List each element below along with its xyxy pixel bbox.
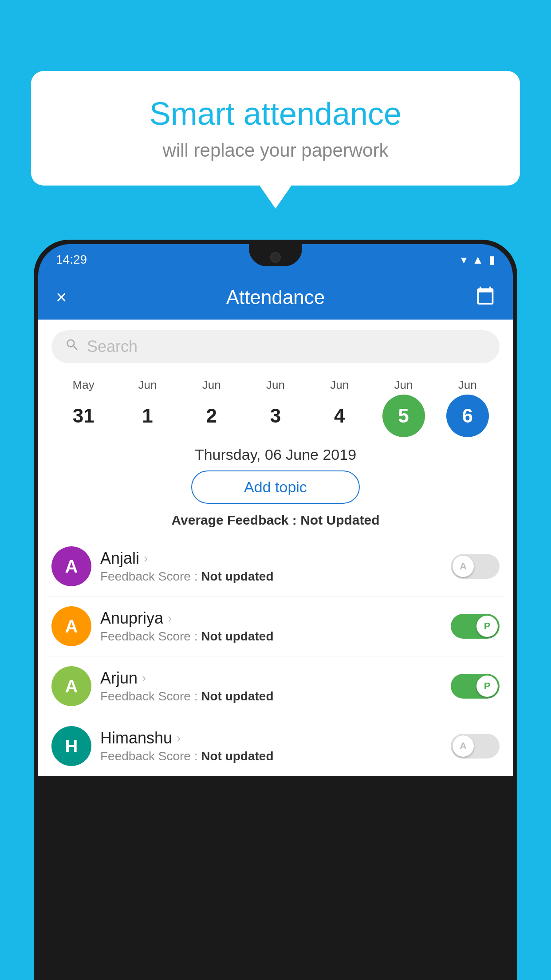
notch [249,244,302,266]
chevron-right-icon: › [168,611,172,625]
student-info: Anjali ›Feedback Score : Not updated [100,549,442,584]
month-label: Jun [458,378,477,392]
toggle-knob: P [476,616,498,637]
student-feedback: Feedback Score : Not updated [100,569,442,584]
average-feedback: Average Feedback : Not Updated [38,513,513,528]
student-item[interactable]: AArjun ›Feedback Score : Not updatedP [47,656,504,716]
date-col-6[interactable]: Jun6 [441,378,494,437]
search-icon [65,337,80,356]
month-label: Jun [138,378,157,392]
student-avatar: H [51,726,91,766]
month-label: Jun [202,378,221,392]
student-list: AAnjali ›Feedback Score : Not updatedAAA… [38,537,513,776]
avg-feedback-value: Not Updated [300,513,379,527]
date-col-3[interactable]: Jun3 [249,378,302,437]
student-info: Anupriya ›Feedback Score : Not updated [100,609,442,644]
date-col-4[interactable]: Jun4 [313,378,366,437]
toggle-container[interactable]: A [451,554,500,579]
calendar-row: May31Jun1Jun2Jun3Jun4Jun5Jun6 [38,374,513,437]
student-info: Arjun ›Feedback Score : Not updated [100,669,442,703]
toggle-knob: A [453,556,474,577]
student-avatar: A [51,666,91,706]
status-bar: 14:29 ▾ ▲ ▮ [38,244,513,275]
month-label: Jun [330,378,349,392]
app-header: × Attendance [38,275,513,320]
student-item[interactable]: AAnjali ›Feedback Score : Not updatedA [47,537,504,597]
toggle-knob: A [453,735,474,757]
attendance-toggle[interactable]: P [451,674,500,699]
month-label: May [73,378,94,392]
app-body: Search May31Jun1Jun2Jun3Jun4Jun5Jun6 Thu… [38,320,513,776]
toggle-container[interactable]: A [451,734,500,759]
day-number[interactable]: 3 [254,395,297,437]
chevron-right-icon: › [142,671,146,685]
add-topic-button[interactable]: Add topic [191,470,360,504]
dates-months: May31Jun1Jun2Jun3Jun4Jun5Jun6 [47,378,504,437]
student-feedback: Feedback Score : Not updated [100,749,442,763]
chevron-right-icon: › [177,731,181,745]
student-feedback: Feedback Score : Not updated [100,629,442,644]
day-number[interactable]: 4 [318,395,361,437]
attendance-toggle[interactable]: A [451,554,500,579]
attendance-toggle[interactable]: P [451,614,500,639]
speech-bubble-container: Smart attendance will replace your paper… [31,71,520,186]
student-name: Anupriya › [100,609,442,628]
student-name: Arjun › [100,669,442,688]
toggle-container[interactable]: P [451,614,500,639]
close-button[interactable]: × [56,287,83,308]
search-bar[interactable]: Search [51,330,500,363]
day-number[interactable]: 31 [62,395,105,437]
bubble-subtitle: will replace your paperwork [58,140,493,161]
battery-icon: ▮ [489,253,495,267]
status-time: 14:29 [56,253,87,267]
date-col-5[interactable]: Jun5 [377,378,430,437]
phone-frame: 14:29 ▾ ▲ ▮ × Attendance [34,240,517,980]
date-col-1[interactable]: Jun1 [121,378,174,437]
search-placeholder: Search [87,337,138,356]
date-col-0[interactable]: May31 [57,378,110,437]
notch-camera [270,252,281,263]
status-icons: ▾ ▲ ▮ [461,253,495,267]
signal-icon: ▲ [472,253,484,267]
student-info: Himanshu ›Feedback Score : Not updated [100,729,442,763]
chevron-right-icon: › [144,551,148,565]
avg-feedback-label: Average Feedback : [171,513,300,527]
student-avatar: A [51,606,91,646]
student-name: Anjali › [100,549,442,568]
day-number[interactable]: 6 [446,395,489,437]
student-item[interactable]: AAnupriya ›Feedback Score : Not updatedP [47,597,504,656]
day-number[interactable]: 1 [126,395,169,437]
date-col-2[interactable]: Jun2 [185,378,238,437]
toggle-container[interactable]: P [451,674,500,699]
phone-inner: 14:29 ▾ ▲ ▮ × Attendance [38,244,513,976]
attendance-toggle[interactable]: A [451,734,500,759]
student-avatar: A [51,546,91,586]
bubble-title: Smart attendance [58,95,493,132]
month-label: Jun [266,378,285,392]
selected-date: Thursday, 06 June 2019 [38,437,513,470]
day-number[interactable]: 2 [190,395,233,437]
student-feedback: Feedback Score : Not updated [100,689,442,703]
app-title: Attendance [83,286,468,308]
speech-bubble: Smart attendance will replace your paper… [31,71,520,186]
wifi-icon: ▾ [461,253,467,267]
student-item[interactable]: HHimanshu ›Feedback Score : Not updatedA [47,716,504,776]
calendar-button[interactable] [468,286,495,309]
student-name: Himanshu › [100,729,442,747]
toggle-knob: P [476,676,498,697]
month-label: Jun [394,378,413,392]
day-number[interactable]: 5 [382,395,425,437]
